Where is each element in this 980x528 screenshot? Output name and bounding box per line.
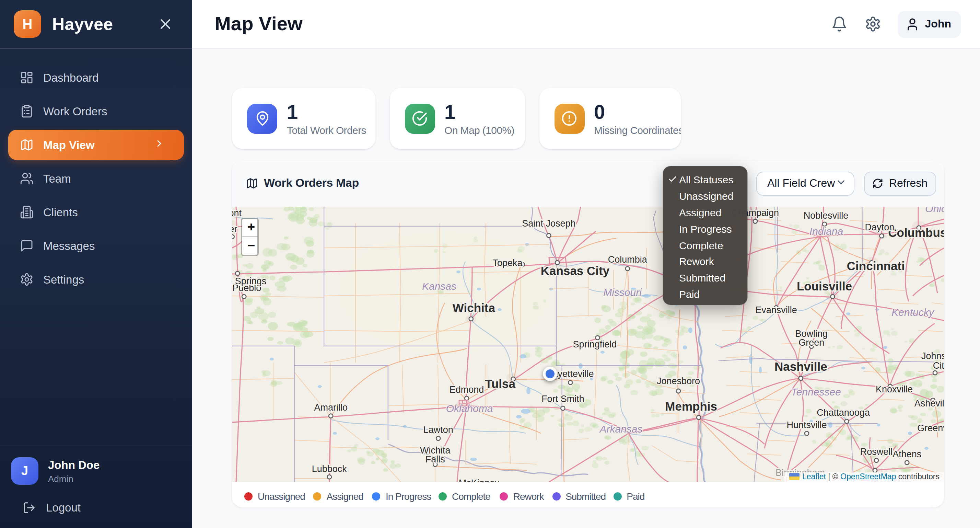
- svg-text:Asheville: Asheville: [915, 398, 944, 408]
- svg-text:Huntsville: Huntsville: [786, 420, 827, 430]
- svg-text:Jonesboro: Jonesboro: [657, 376, 700, 386]
- svg-text:Ohio: Ohio: [925, 206, 944, 214]
- svg-text:Chattanooga: Chattanooga: [817, 407, 870, 418]
- svg-text:Saint Joseph: Saint Joseph: [522, 218, 576, 228]
- svg-text:Athens: Athens: [892, 449, 921, 459]
- svg-text:Amarillo: Amarillo: [314, 402, 348, 412]
- svg-text:Roswell: Roswell: [860, 446, 893, 456]
- svg-text:Cincinnati: Cincinnati: [847, 259, 905, 272]
- svg-text:Topeka: Topeka: [492, 257, 523, 268]
- svg-text:Nashville: Nashville: [775, 359, 827, 373]
- svg-text:Greenville: Greenville: [917, 423, 944, 433]
- svg-text:Noblesville: Noblesville: [803, 210, 849, 220]
- svg-text:Green: Green: [799, 337, 824, 348]
- svg-text:Lubbock: Lubbock: [312, 463, 347, 474]
- svg-text:Columbia: Columbia: [608, 254, 648, 264]
- svg-text:Memphis: Memphis: [665, 399, 717, 413]
- svg-text:Johnson: Johnson: [921, 351, 944, 361]
- svg-text:Tennessee: Tennessee: [791, 386, 841, 397]
- svg-text:Dayton: Dayton: [865, 222, 894, 232]
- svg-text:Kansas City: Kansas City: [541, 264, 610, 277]
- svg-text:Kentucky: Kentucky: [891, 306, 934, 317]
- svg-text:Kansas: Kansas: [422, 280, 457, 292]
- svg-text:Colorado Springs: Colorado Springs: [232, 276, 266, 286]
- svg-text:Arkansas: Arkansas: [599, 423, 642, 434]
- svg-text:Louisville: Louisville: [797, 279, 852, 292]
- svg-text:Springfield: Springfield: [573, 339, 617, 349]
- svg-text:Denver: Denver: [232, 223, 237, 234]
- svg-text:Falls: Falls: [425, 454, 445, 464]
- svg-text:Oklahoma: Oklahoma: [446, 402, 493, 414]
- svg-text:Missouri: Missouri: [603, 286, 642, 298]
- svg-text:Columbus: Columbus: [888, 225, 944, 239]
- svg-text:Edmond: Edmond: [450, 384, 484, 394]
- svg-text:Indiana: Indiana: [810, 225, 843, 236]
- svg-text:Lawton: Lawton: [423, 424, 453, 435]
- svg-text:Fort Smith: Fort Smith: [541, 393, 584, 404]
- svg-text:City: City: [933, 360, 944, 370]
- svg-text:Longmont: Longmont: [232, 208, 242, 218]
- svg-text:McKinney: McKinney: [459, 477, 500, 482]
- svg-text:Knoxville: Knoxville: [876, 384, 913, 394]
- svg-text:Wichita: Wichita: [453, 301, 495, 314]
- svg-text:Tulsa: Tulsa: [485, 376, 515, 390]
- svg-text:Evansville: Evansville: [755, 305, 797, 315]
